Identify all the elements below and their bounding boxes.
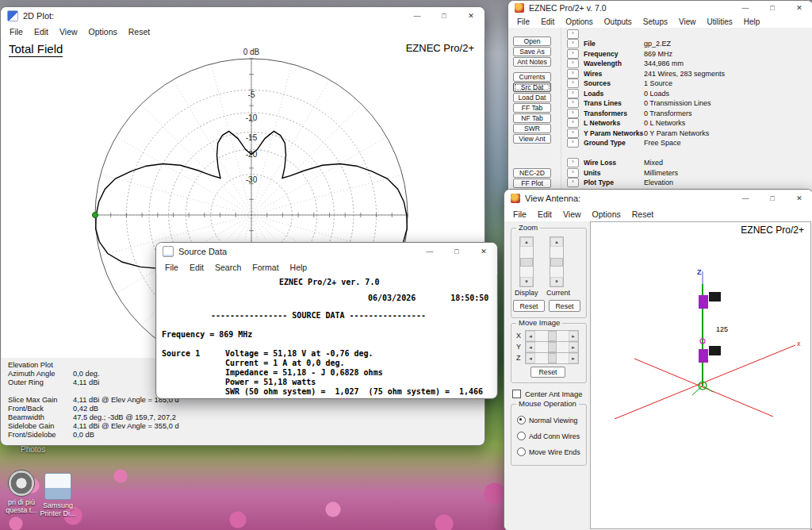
menu-edit[interactable]: Edit bbox=[29, 26, 54, 37]
antenna-view-canvas[interactable]: EZNEC Pro/2+ Z x 125 bbox=[590, 221, 811, 529]
row-expand-button[interactable]: › bbox=[567, 49, 579, 59]
close-button[interactable]: ✕ bbox=[458, 7, 485, 25]
save-as-button[interactable]: Save As bbox=[513, 47, 551, 56]
move-x-scrollbar[interactable]: ◄ ► bbox=[525, 330, 579, 342]
row-expand-button[interactable]: › bbox=[567, 79, 579, 88]
menu-help[interactable]: Help bbox=[738, 17, 766, 27]
menu-file[interactable]: File bbox=[159, 262, 184, 273]
scroll-left-icon[interactable]: ◄ bbox=[526, 342, 535, 352]
currents-button[interactable]: Currents bbox=[513, 72, 551, 82]
radio-icon[interactable] bbox=[517, 416, 526, 424]
scroll-thumb[interactable] bbox=[548, 353, 557, 363]
row-expand-button[interactable]: › bbox=[567, 29, 579, 39]
scroll-thumb[interactable] bbox=[520, 258, 533, 267]
scroll-down-icon[interactable]: ▼ bbox=[520, 277, 533, 286]
menu-options[interactable]: Options bbox=[83, 26, 123, 37]
close-button[interactable]: ✕ bbox=[470, 243, 497, 260]
menu-file[interactable]: File bbox=[4, 26, 29, 37]
menu-format[interactable]: Format bbox=[247, 262, 284, 273]
row-expand-button[interactable]: › bbox=[567, 178, 579, 187]
nf-tab-button[interactable]: NF Tab bbox=[513, 113, 551, 123]
minimize-button[interactable]: — bbox=[416, 243, 443, 260]
ff-tab-button[interactable]: FF Tab bbox=[513, 103, 551, 113]
desktop-icon-webcam[interactable]: pri di più questa t... bbox=[3, 470, 40, 514]
center-ant-image-checkbox[interactable]: Center Ant Image bbox=[512, 390, 582, 398]
zoom-current-reset-button[interactable]: Reset bbox=[549, 300, 580, 312]
view-ant-button[interactable]: View Ant bbox=[513, 134, 551, 144]
move-z-scrollbar[interactable]: ◄ ► bbox=[525, 352, 579, 364]
minimize-button[interactable]: — bbox=[732, 190, 759, 207]
menu-edit[interactable]: Edit bbox=[535, 17, 560, 27]
scroll-up-icon[interactable]: ▲ bbox=[520, 237, 533, 247]
scroll-thumb[interactable] bbox=[550, 258, 563, 267]
row-expand-button[interactable]: › bbox=[567, 129, 579, 138]
close-button[interactable]: ✕ bbox=[786, 190, 812, 207]
radio-icon[interactable] bbox=[517, 432, 526, 440]
maximize-button[interactable]: □ bbox=[759, 190, 786, 207]
row-expand-button[interactable]: › bbox=[567, 168, 579, 178]
move-y-scrollbar[interactable]: ◄ ► bbox=[525, 341, 579, 353]
desktop-icon-samsung-printer[interactable]: Samsung Printer Di... bbox=[40, 473, 76, 517]
menu-outputs[interactable]: Outputs bbox=[599, 17, 638, 27]
row-expand-button[interactable]: › bbox=[567, 109, 579, 118]
ant-notes-button[interactable]: Ant Notes bbox=[513, 57, 551, 67]
row-expand-button[interactable]: › bbox=[567, 59, 579, 68]
menu-options[interactable]: Options bbox=[560, 17, 598, 27]
move-reset-button[interactable]: Reset bbox=[530, 367, 565, 378]
row-expand-button[interactable]: › bbox=[567, 89, 579, 98]
source-window-titlebar[interactable]: Source Data — □ ✕ bbox=[156, 243, 497, 260]
scroll-left-icon[interactable]: ◄ bbox=[526, 331, 535, 341]
scroll-up-icon[interactable]: ▲ bbox=[550, 237, 563, 247]
row-expand-button[interactable]: › bbox=[567, 118, 579, 128]
minimize-button[interactable]: — bbox=[404, 7, 431, 25]
minimize-button[interactable]: — bbox=[732, 1, 759, 15]
ff-plot-button[interactable]: FF Plot bbox=[513, 179, 551, 188]
maximize-button[interactable]: □ bbox=[759, 1, 786, 15]
menu-setups[interactable]: Setups bbox=[638, 17, 673, 27]
zoom-current-scrollbar[interactable]: ▲ ▼ bbox=[550, 236, 564, 287]
menu-edit[interactable]: Edit bbox=[184, 262, 209, 273]
open-button[interactable]: Open bbox=[513, 36, 551, 46]
nec-2d-button[interactable]: NEC-2D bbox=[513, 168, 551, 178]
scroll-right-icon[interactable]: ► bbox=[569, 342, 578, 352]
radio-add-conn-wires[interactable]: Add Conn Wires bbox=[517, 432, 580, 440]
load-dat-button[interactable]: Load Dat bbox=[513, 93, 551, 102]
row-expand-button[interactable]: › bbox=[567, 39, 579, 48]
menu-reset[interactable]: Reset bbox=[123, 26, 155, 37]
plot-window-titlebar[interactable]: 2D Plot: — □ ✕ bbox=[1, 7, 485, 25]
scroll-left-icon[interactable]: ◄ bbox=[526, 353, 535, 363]
view-window-titlebar[interactable]: View Antenna: — □ ✕ bbox=[504, 190, 812, 207]
photos-app-label[interactable]: Photos bbox=[21, 445, 45, 454]
radio-move-wire-ends[interactable]: Move Wire Ends bbox=[517, 447, 580, 456]
close-button[interactable]: ✕ bbox=[786, 1, 812, 15]
scroll-right-icon[interactable]: ► bbox=[569, 331, 578, 341]
menu-options[interactable]: Options bbox=[587, 209, 626, 220]
main-window-titlebar[interactable]: EZNEC Pro/2+ v. 7.0 — □ ✕ bbox=[508, 1, 812, 15]
menu-view[interactable]: View bbox=[557, 209, 587, 220]
zoom-display-scrollbar[interactable]: ▲ ▼ bbox=[519, 236, 534, 287]
maximize-button[interactable]: □ bbox=[443, 243, 470, 260]
maximize-button[interactable]: □ bbox=[431, 7, 458, 25]
row-expand-button[interactable]: › bbox=[567, 138, 579, 148]
row-expand-button[interactable]: › bbox=[567, 158, 579, 167]
src-dat-button[interactable]: Src Dat bbox=[513, 83, 551, 92]
menu-view[interactable]: View bbox=[54, 26, 83, 37]
menu-utilities[interactable]: Utilities bbox=[702, 17, 738, 27]
radio-normal-viewing[interactable]: Normal Viewing bbox=[517, 416, 577, 424]
menu-file[interactable]: File bbox=[508, 209, 532, 220]
scroll-down-icon[interactable]: ▼ bbox=[550, 277, 563, 286]
swr-button[interactable]: SWR bbox=[513, 124, 551, 133]
menu-edit[interactable]: Edit bbox=[532, 209, 557, 220]
scroll-right-icon[interactable]: ► bbox=[569, 353, 578, 363]
menu-file[interactable]: File bbox=[511, 17, 535, 27]
menu-view[interactable]: View bbox=[673, 17, 702, 27]
menu-reset[interactable]: Reset bbox=[626, 209, 659, 220]
checkbox-box[interactable] bbox=[512, 390, 521, 398]
row-expand-button[interactable]: › bbox=[567, 69, 579, 79]
radio-icon[interactable] bbox=[517, 447, 526, 456]
row-expand-button[interactable]: › bbox=[567, 98, 579, 108]
scroll-thumb[interactable] bbox=[548, 331, 557, 341]
menu-search[interactable]: Search bbox=[209, 262, 247, 273]
scroll-thumb[interactable] bbox=[548, 342, 557, 352]
menu-help[interactable]: Help bbox=[285, 262, 313, 273]
